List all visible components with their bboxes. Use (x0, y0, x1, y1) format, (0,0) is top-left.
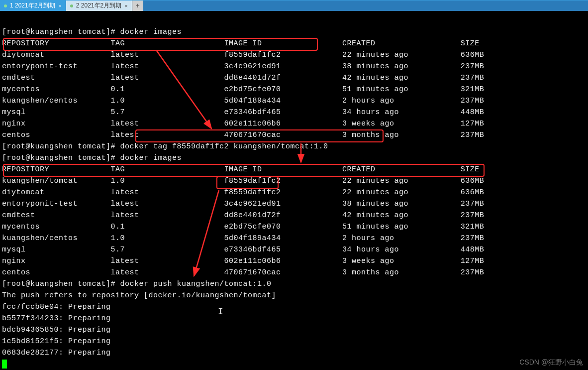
close-icon[interactable]: × (58, 3, 61, 9)
text-caret-icon: I (218, 307, 223, 317)
tab-label: 1 2021年2月到期 (10, 1, 55, 10)
watermark: CSDN @狂野小白兔 (519, 358, 583, 367)
tab-1[interactable]: 1 2021年2月到期 × (0, 0, 66, 11)
tab-2[interactable]: 2 2021年2月到期 × (66, 0, 132, 11)
status-dot-icon (4, 4, 7, 7)
close-icon[interactable]: × (124, 3, 127, 9)
tab-label: 2 2021年2月到期 (76, 1, 121, 10)
plus-icon: + (135, 2, 139, 10)
tab-bar: 1 2021年2月到期 × 2 2021年2月到期 × + (0, 0, 588, 11)
terminal-output[interactable]: [root@kuangshen tomcat]# docker images R… (0, 11, 588, 370)
status-dot-icon (70, 4, 73, 7)
add-tab-button[interactable]: + (132, 0, 143, 11)
terminal-cursor (2, 360, 7, 369)
